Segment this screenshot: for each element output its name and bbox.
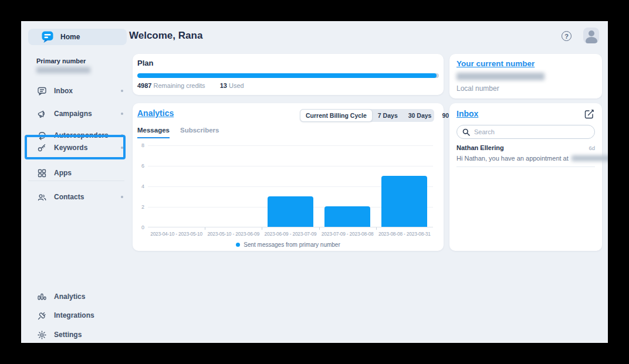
notification-dot: [121, 90, 123, 92]
inbox-search[interactable]: [456, 125, 595, 139]
chart-legend: Sent messages from primary number: [133, 241, 444, 248]
sidebar-item-keywords[interactable]: Keywords: [21, 141, 134, 154]
message-time: 6d: [589, 145, 595, 151]
chart-bar: [381, 176, 427, 227]
sidebar-item-label: Integrations: [54, 311, 94, 319]
sidebar-item-campaigns[interactable]: Campaigns: [21, 107, 134, 120]
x-tick: [262, 227, 262, 230]
analytics-card: Analytics Current Billing Cycle 7 Days 3…: [133, 103, 444, 251]
chart-plot: [148, 145, 433, 227]
gear-icon: [37, 330, 47, 340]
inbox-link[interactable]: Inbox: [456, 109, 478, 118]
date-range-filter: Current Billing Cycle 7 Days 30 Days 90 …: [300, 109, 434, 122]
x-tick-label: 2023-04-10 - 2023-05-10: [148, 231, 205, 237]
message-preview-text: Hi Nathan, you have an appointment at: [456, 155, 569, 162]
tab-messages[interactable]: Messages: [137, 127, 170, 138]
plug-icon: [37, 311, 47, 321]
message-divider: [456, 166, 595, 167]
apps-grid-icon: [37, 168, 47, 178]
sidebar: Home Primary number Inbox: [21, 21, 134, 343]
x-tick: [205, 227, 205, 230]
sidebar-item-label: Contacts: [54, 193, 84, 201]
avatar-body: [586, 37, 597, 43]
message-sender[interactable]: Nathan Ellering: [456, 144, 504, 151]
message-preview[interactable]: Hi Nathan, you have an appointment at: [456, 155, 608, 162]
sidebar-item-label: Settings: [54, 331, 82, 339]
avatar-head: [589, 30, 594, 36]
used-credits-value: 13: [220, 82, 227, 89]
sidebar-item-contacts[interactable]: Contacts: [21, 190, 134, 203]
used-credits-label: Used: [229, 82, 244, 89]
credits-progress-bar: [137, 73, 439, 78]
tab-subscribers[interactable]: Subscribers: [180, 127, 219, 138]
help-icon[interactable]: ?: [562, 31, 571, 41]
messages-bar-chart: 02468 2023-04-10 - 2023-05-102023-05-10 …: [133, 145, 444, 227]
sidebar-item-inbox[interactable]: Inbox: [21, 84, 134, 97]
x-tick-label: 2023-05-10 - 2023-06-09: [205, 231, 262, 237]
app-logo-icon: [41, 30, 54, 43]
primary-number-label: Primary number: [36, 57, 86, 64]
analytics-tabs: Messages Subscribers: [137, 127, 219, 138]
compose-icon[interactable]: [584, 109, 594, 119]
filter-7-days[interactable]: 7 Days: [373, 109, 403, 122]
chart-gridline: [148, 145, 433, 146]
app-window: Home Primary number Inbox: [21, 21, 608, 343]
key-icon: [37, 143, 47, 153]
credits-progress-fill: [137, 73, 437, 78]
x-tick-label: 2023-08-08 - 2023-08-31: [376, 231, 433, 237]
legend-dot-icon: [236, 243, 240, 247]
sidebar-item-label: Keywords: [54, 144, 87, 152]
sidebar-item-integrations[interactable]: Integrations: [21, 309, 134, 322]
notification-dot: [121, 134, 123, 137]
message-preview-redacted: [571, 155, 608, 161]
sidebar-item-analytics[interactable]: Analytics: [21, 290, 134, 303]
sidebar-item-autoresponders[interactable]: Autoresponders: [21, 129, 134, 142]
contacts-icon: [37, 192, 47, 202]
search-icon: [462, 128, 470, 136]
x-tick: [319, 227, 320, 230]
chart-gridline: [148, 166, 433, 166]
plan-title: Plan: [137, 59, 153, 67]
search-input[interactable]: [474, 128, 580, 135]
remaining-credits-value: 4987: [137, 82, 151, 89]
sidebar-item-apps[interactable]: Apps: [21, 166, 134, 179]
chart-bar: [268, 196, 313, 227]
y-tick-label: 8: [133, 142, 144, 148]
filter-current-billing-cycle[interactable]: Current Billing Cycle: [300, 109, 373, 122]
filter-30-days[interactable]: 30 Days: [403, 109, 437, 122]
bar-chart-icon: [37, 292, 47, 302]
x-tick: [376, 227, 377, 230]
remaining-credits-label: Remaining credits: [154, 82, 205, 89]
sidebar-home-label: Home: [60, 33, 80, 41]
avatar[interactable]: [583, 28, 599, 43]
y-tick-label: 2: [133, 204, 144, 210]
x-tick-label: 2023-06-09 - 2023-07-09: [262, 231, 319, 237]
sidebar-divider: [28, 181, 124, 181]
y-tick-label: 6: [133, 163, 144, 169]
your-current-number-link[interactable]: Your current number: [456, 59, 535, 68]
sidebar-item-label: Campaigns: [54, 110, 92, 118]
y-tick-label: 4: [133, 183, 144, 189]
chart-x-axis: 2023-04-10 - 2023-05-102023-05-10 - 2023…: [148, 231, 433, 237]
current-number-card: Your current number Local number: [449, 54, 602, 98]
notification-dot: [121, 147, 123, 149]
chart-bar: [324, 206, 370, 227]
analytics-link[interactable]: Analytics: [137, 108, 174, 118]
sidebar-item-label: Apps: [54, 169, 72, 177]
megaphone-icon: [37, 109, 47, 119]
page-title: Welcome, Rana: [129, 30, 202, 42]
inbox-icon: [37, 86, 47, 96]
sidebar-item-home[interactable]: Home: [28, 29, 127, 45]
sidebar-item-label: Analytics: [54, 292, 85, 301]
notification-dot: [121, 113, 123, 115]
sidebar-item-label: Inbox: [54, 87, 73, 95]
plan-stats: 4987 Remaining credits 13 Used: [137, 82, 244, 89]
notification-dot: [121, 196, 123, 198]
y-tick-label: 0: [133, 224, 144, 230]
sidebar-item-label: Autoresponders: [54, 131, 109, 140]
sidebar-item-settings[interactable]: Settings: [21, 328, 134, 341]
legend-label: Sent messages from primary number: [244, 241, 340, 248]
loop-arrow-icon: [37, 131, 47, 141]
plan-card: Plan 4987 Remaining credits 13 Used: [133, 54, 444, 95]
primary-number-redacted: [36, 67, 90, 73]
